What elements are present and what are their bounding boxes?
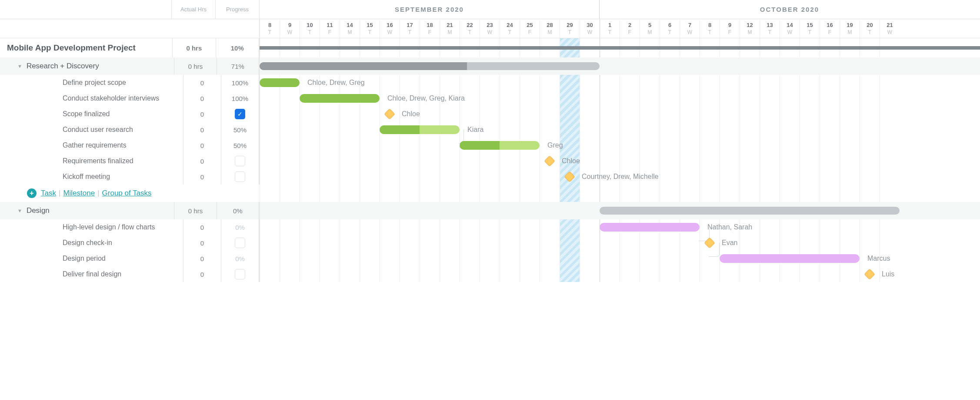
- month-header: SEPTEMBER 2020: [260, 0, 600, 19]
- check-icon[interactable]: [235, 238, 245, 248]
- day-cell[interactable]: 21M: [440, 19, 460, 38]
- task-bar[interactable]: [300, 94, 380, 103]
- task-row[interactable]: Conduct stakeholder interviews0100%: [0, 91, 260, 106]
- task-row[interactable]: High-level design / flow charts00%: [0, 219, 260, 235]
- group-title: Design: [27, 206, 50, 215]
- assignees-label: Kiara: [467, 126, 483, 134]
- group-row[interactable]: ▼Design0 hrs0%: [0, 202, 260, 219]
- actual-hrs-cell: 0: [183, 169, 221, 185]
- milestone-diamond[interactable]: [384, 108, 395, 119]
- task-bar-row: Nathan, Sarah: [260, 219, 980, 235]
- check-icon[interactable]: [235, 269, 245, 279]
- day-cell[interactable]: 23W: [480, 19, 500, 38]
- check-icon[interactable]: [235, 156, 245, 166]
- day-cell[interactable]: 28M: [540, 19, 560, 38]
- day-cell[interactable]: 17T: [400, 19, 420, 38]
- assignees-label: Evan: [722, 239, 737, 247]
- project-title: Mobile App Development Project: [7, 43, 136, 53]
- task-title: Design period: [63, 255, 106, 262]
- day-cell[interactable]: 9W: [280, 19, 300, 38]
- task-row[interactable]: Design check-in0: [0, 235, 260, 251]
- day-cell[interactable]: 19M: [840, 19, 860, 38]
- milestone-diamond[interactable]: [564, 171, 575, 182]
- add-milestone-link[interactable]: Milestone: [63, 189, 95, 198]
- day-cell[interactable]: 30W: [580, 19, 600, 38]
- day-cell[interactable]: 15T: [360, 19, 380, 38]
- task-bar[interactable]: [380, 125, 460, 134]
- plus-icon[interactable]: +: [27, 188, 37, 198]
- milestone-diamond[interactable]: [864, 269, 875, 279]
- day-cell[interactable]: 2F: [620, 19, 640, 38]
- task-row[interactable]: Deliver final design0: [0, 266, 260, 282]
- progress-cell: [221, 169, 259, 185]
- task-bar-row: Chloe: [260, 153, 980, 169]
- day-cell[interactable]: 9F: [720, 19, 740, 38]
- actual-hrs-cell: 0: [183, 138, 221, 153]
- day-cell[interactable]: 14M: [340, 19, 360, 38]
- add-task-link[interactable]: Task: [41, 189, 56, 198]
- day-cell[interactable]: 11F: [320, 19, 340, 38]
- day-cell[interactable]: 25F: [520, 19, 540, 38]
- project-bar[interactable]: [260, 46, 980, 50]
- check-icon[interactable]: ✓: [235, 109, 245, 119]
- day-cell[interactable]: 1T: [600, 19, 620, 38]
- day-cell[interactable]: 29T: [560, 19, 580, 38]
- day-cell[interactable]: 12M: [740, 19, 760, 38]
- progress-cell: [221, 235, 259, 251]
- add-group-link[interactable]: Group of Tasks: [102, 189, 152, 198]
- day-cell[interactable]: 22T: [460, 19, 480, 38]
- task-bar[interactable]: [720, 254, 860, 263]
- task-bar[interactable]: [460, 141, 540, 150]
- task-row[interactable]: Requirements finalized0: [0, 153, 260, 169]
- day-cell[interactable]: 7W: [680, 19, 700, 38]
- task-bar-row: Courtney, Drew, Michelle: [260, 169, 980, 185]
- add-row-timeline: [260, 185, 980, 202]
- check-icon[interactable]: [235, 171, 245, 182]
- day-cell[interactable]: 15T: [800, 19, 820, 38]
- task-bar-row: Kiara: [260, 122, 980, 138]
- task-row[interactable]: Conduct user research050%: [0, 122, 260, 138]
- day-cell[interactable]: 16F: [820, 19, 840, 38]
- task-bar-row: Chloe, Drew, Greg: [260, 75, 980, 91]
- day-cell[interactable]: 5M: [640, 19, 660, 38]
- day-cell[interactable]: 21W: [880, 19, 900, 38]
- task-row[interactable]: Design period00%: [0, 251, 260, 266]
- task-row[interactable]: Kickoff meeting0: [0, 169, 260, 185]
- collapse-icon[interactable]: ▼: [17, 64, 22, 69]
- progress-cell: 50%: [221, 122, 259, 138]
- task-title: Scope finalized: [63, 110, 110, 118]
- task-title: Conduct user research: [63, 126, 133, 134]
- group-bar[interactable]: [260, 62, 600, 70]
- task-bar-row: Marcus: [260, 251, 980, 266]
- task-bar[interactable]: [600, 223, 700, 232]
- task-row[interactable]: Gather requirements050%: [0, 138, 260, 153]
- day-cell[interactable]: 8T: [700, 19, 720, 38]
- day-cell[interactable]: 24T: [500, 19, 520, 38]
- day-cell[interactable]: 18F: [420, 19, 440, 38]
- task-title: Conduct stakeholder interviews: [63, 94, 159, 102]
- day-cell[interactable]: 6T: [660, 19, 680, 38]
- task-bar[interactable]: [260, 78, 300, 87]
- group-bar[interactable]: [600, 207, 900, 215]
- actual-hrs-cell: 0: [183, 106, 221, 122]
- day-cell[interactable]: 10T: [300, 19, 320, 38]
- progress-cell: 50%: [221, 138, 259, 153]
- task-row[interactable]: Define project scope0100%: [0, 75, 260, 91]
- group-row[interactable]: ▼Research + Discovery0 hrs71%: [0, 57, 260, 75]
- progress-cell: [221, 266, 259, 282]
- group-bar-row: [260, 57, 980, 75]
- actual-hrs-cell: 0: [183, 235, 221, 251]
- collapse-icon[interactable]: ▼: [17, 208, 22, 213]
- assignees-label: Courtney, Drew, Michelle: [582, 173, 659, 181]
- day-cell[interactable]: 13T: [760, 19, 780, 38]
- milestone-diamond[interactable]: [544, 155, 555, 166]
- task-row[interactable]: Scope finalized0✓: [0, 106, 260, 122]
- day-cell[interactable]: 8T: [260, 19, 280, 38]
- day-cell[interactable]: 20T: [860, 19, 880, 38]
- project-row[interactable]: Mobile App Development Project0 hrs10%: [0, 38, 260, 57]
- progress-cell: 71%: [217, 57, 259, 75]
- day-cell[interactable]: 16W: [380, 19, 400, 38]
- header: Actual Hrs Progress SEPTEMBER 2020OCTOBE…: [0, 0, 980, 19]
- date-row: 8T9W10T11F14M15T16W17T18F21M22T23W24T25F…: [0, 19, 980, 38]
- day-cell[interactable]: 14W: [780, 19, 800, 38]
